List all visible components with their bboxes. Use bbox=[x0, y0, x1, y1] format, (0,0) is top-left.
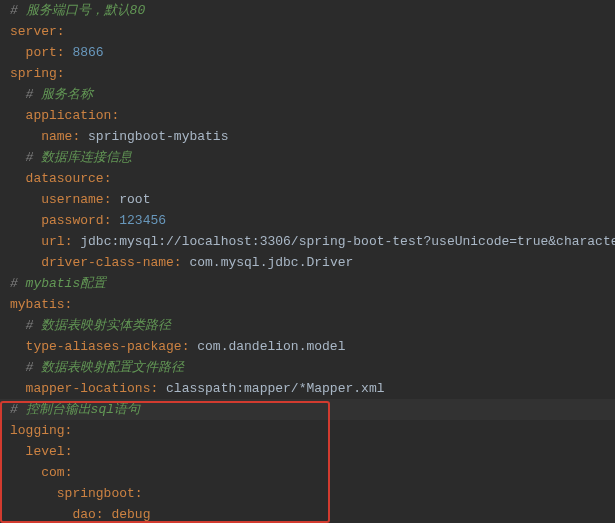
token-indent bbox=[10, 318, 26, 333]
token-key: username bbox=[41, 192, 103, 207]
token-key: com bbox=[41, 465, 64, 480]
token-colon: : bbox=[174, 255, 190, 270]
token-indent bbox=[10, 171, 26, 186]
token-indent bbox=[10, 45, 26, 60]
gutter bbox=[0, 294, 10, 315]
gutter bbox=[0, 42, 10, 63]
gutter bbox=[0, 63, 10, 84]
token-key: mapper-locations bbox=[26, 381, 151, 396]
token-comment-zh: 配置 bbox=[80, 276, 106, 291]
token-colon: : bbox=[57, 45, 73, 60]
token-comment-zh: 数据表映射配置文件路径 bbox=[41, 360, 184, 375]
code-line[interactable]: # 数据表映射实体类路径 bbox=[0, 315, 615, 336]
gutter bbox=[0, 126, 10, 147]
token-colon: : bbox=[111, 108, 119, 123]
token-key: logging bbox=[10, 423, 65, 438]
token-value-str: com.mysql.jdbc.Driver bbox=[189, 255, 353, 270]
token-key: level bbox=[26, 444, 65, 459]
token-indent bbox=[10, 381, 26, 396]
code-line[interactable]: # mybatis配置 bbox=[0, 273, 615, 294]
gutter bbox=[0, 105, 10, 126]
token-colon: : bbox=[57, 24, 65, 39]
token-comment-hash: # bbox=[26, 150, 42, 165]
code-line[interactable]: # 服务端口号，默认80 bbox=[0, 0, 615, 21]
code-line[interactable]: type-aliases-package: com.dandelion.mode… bbox=[0, 336, 615, 357]
token-colon: : bbox=[65, 444, 73, 459]
token-colon: : bbox=[135, 486, 143, 501]
code-line[interactable]: server: bbox=[0, 21, 615, 42]
token-comment-hash: # bbox=[10, 276, 26, 291]
token-indent bbox=[10, 444, 26, 459]
gutter bbox=[0, 483, 10, 504]
token-key: datasource bbox=[26, 171, 104, 186]
gutter bbox=[0, 189, 10, 210]
token-key: name bbox=[41, 129, 72, 144]
token-comment-hash: # bbox=[26, 87, 42, 102]
token-key: mybatis bbox=[10, 297, 65, 312]
token-comment-hash: # bbox=[10, 402, 26, 417]
token-value-str: com.dandelion.model bbox=[197, 339, 345, 354]
gutter bbox=[0, 231, 10, 252]
token-colon: : bbox=[72, 129, 88, 144]
gutter bbox=[0, 441, 10, 462]
token-colon: : bbox=[104, 192, 120, 207]
code-editor[interactable]: # 服务端口号，默认80 server: port: 8866 spring: … bbox=[0, 0, 615, 523]
gutter bbox=[0, 357, 10, 378]
token-indent bbox=[10, 87, 26, 102]
code-line[interactable]: com: bbox=[0, 462, 615, 483]
token-colon: : bbox=[65, 465, 73, 480]
code-line[interactable]: url: jdbc:mysql://localhost:3306/spring-… bbox=[0, 231, 615, 252]
code-line[interactable]: level: bbox=[0, 441, 615, 462]
code-line[interactable]: username: root bbox=[0, 189, 615, 210]
token-comment-hash: # bbox=[26, 318, 42, 333]
code-line[interactable]: driver-class-name: com.mysql.jdbc.Driver bbox=[0, 252, 615, 273]
token-key: spring bbox=[10, 66, 57, 81]
token-key: application bbox=[26, 108, 112, 123]
gutter bbox=[0, 252, 10, 273]
gutter bbox=[0, 273, 10, 294]
token-key: url bbox=[41, 234, 64, 249]
gutter bbox=[0, 84, 10, 105]
code-line[interactable]: application: bbox=[0, 105, 615, 126]
code-line[interactable]: password: 123456 bbox=[0, 210, 615, 231]
token-indent bbox=[10, 108, 26, 123]
token-indent bbox=[10, 213, 41, 228]
code-line[interactable]: # 控制台输出sql语句 bbox=[0, 399, 615, 420]
code-line[interactable]: mybatis: bbox=[0, 294, 615, 315]
code-line[interactable]: mapper-locations: classpath:mapper/*Mapp… bbox=[0, 378, 615, 399]
token-value-str: jdbc:mysql://localhost:3306/spring-boot-… bbox=[80, 234, 615, 249]
gutter bbox=[0, 315, 10, 336]
token-comment-zh: 语句 bbox=[114, 402, 140, 417]
token-key: port bbox=[26, 45, 57, 60]
token-key: dao bbox=[72, 507, 95, 522]
token-colon: : bbox=[65, 423, 73, 438]
code-line[interactable]: spring: bbox=[0, 63, 615, 84]
code-line[interactable]: # 服务名称 bbox=[0, 84, 615, 105]
token-value-num: 8866 bbox=[72, 45, 103, 60]
token-indent bbox=[10, 360, 26, 375]
token-key: password bbox=[41, 213, 103, 228]
token-comment-en: mybatis bbox=[26, 276, 81, 291]
token-colon: : bbox=[182, 339, 198, 354]
token-comment-zh: 数据表映射实体类路径 bbox=[41, 318, 171, 333]
token-value-str: springboot-mybatis bbox=[88, 129, 228, 144]
token-indent bbox=[10, 339, 26, 354]
code-line[interactable]: # 数据库连接信息 bbox=[0, 147, 615, 168]
code-line[interactable]: datasource: bbox=[0, 168, 615, 189]
token-value-num: 123456 bbox=[119, 213, 166, 228]
gutter bbox=[0, 0, 10, 21]
code-line[interactable]: name: springboot-mybatis bbox=[0, 126, 615, 147]
gutter bbox=[0, 21, 10, 42]
code-line[interactable]: logging: bbox=[0, 420, 615, 441]
code-line[interactable]: dao: debug bbox=[0, 504, 615, 523]
token-indent bbox=[10, 129, 41, 144]
token-indent bbox=[10, 192, 41, 207]
code-line[interactable]: springboot: bbox=[0, 483, 615, 504]
code-line[interactable]: # 数据表映射配置文件路径 bbox=[0, 357, 615, 378]
gutter bbox=[0, 399, 10, 420]
token-value-str: root bbox=[119, 192, 150, 207]
code-line[interactable]: port: 8866 bbox=[0, 42, 615, 63]
token-comment-zh: 数据库连接信息 bbox=[41, 150, 132, 165]
token-key: springboot bbox=[57, 486, 135, 501]
gutter bbox=[0, 168, 10, 189]
